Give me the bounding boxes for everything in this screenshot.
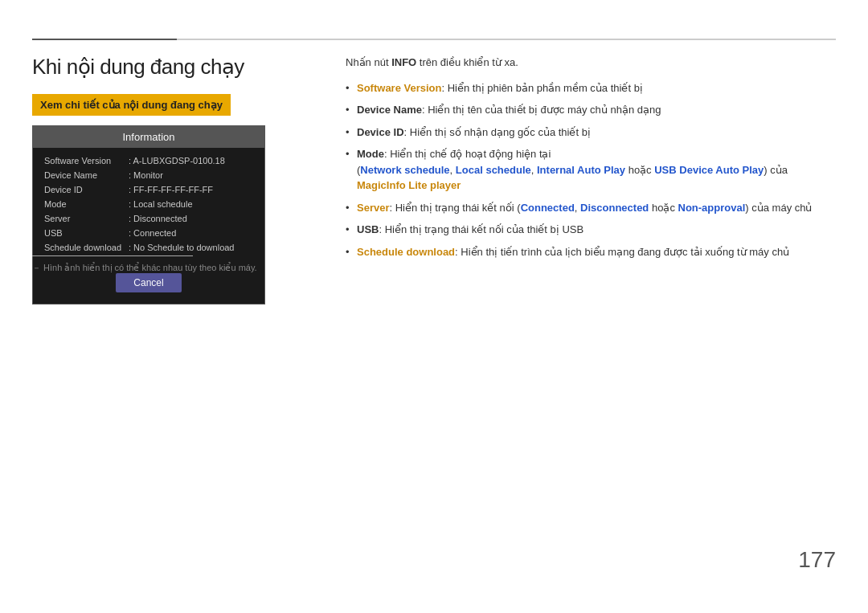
bullet-text: : Hiển thị số nhận dạng gốc của thiết bị [404,126,591,138]
bullet-text: : Hiển thị tiến trình của lịch biểu mạng… [455,246,789,258]
bullet-key: Software Version [357,82,441,94]
bullet-key: Server [357,202,389,214]
bullet-text: : Hiển thị tên của thiết bị được máy chủ… [422,104,661,116]
bullet-item: Schedule download: Hiển thị tiến trình c… [346,244,836,260]
info-row-value: : Monitor [129,170,253,180]
page-content: Khi nội dung đang chạy Xem chi tiết của … [32,55,836,581]
info-row: Device Name: Monitor [44,170,253,180]
bullet-key: Schedule download [357,246,455,258]
info-row: Schedule download: No Schedule to downlo… [44,243,253,252]
bullet-text: : Hiển thị chế độ hoạt động hiện tại [384,148,551,160]
bullet-list: Software Version: Hiển thị phiên bản phầ… [346,80,836,260]
inline-link: USB Device Auto Play [654,164,764,176]
bullet-text: : Hiển thị phiên bản phần mềm của thiết … [441,82,642,94]
info-row-value: : FF-FF-FF-FF-FF-FF [129,185,253,194]
bullet-key: Device ID [357,126,404,138]
info-row: Server: Disconnected [44,214,253,223]
info-row: USB: Connected [44,228,253,238]
highlight-box: Xem chi tiết của nội dung đang chạy [32,94,231,116]
info-row-value: : Local schedule [129,199,253,209]
bullet-subtext: (Network schedule, Local schedule, Inter… [357,164,788,192]
right-column: Nhấn nút INFO trên điều khiển từ xa. Sof… [346,55,836,266]
inline-link: Internal Auto Play [537,164,625,176]
info-row: Mode: Local schedule [44,199,253,209]
info-row-label: Server [44,214,129,223]
info-row-value: : Disconnected [129,214,253,223]
info-row-value: : No Schedule to download [129,243,253,252]
bullet-text: : Hiển thị trạng thái kết nối của thiết … [379,223,583,235]
inline-link: Disconnected [580,202,649,214]
inline-link: Local schedule [456,164,531,176]
bullet-item: Software Version: Hiển thị phiên bản phầ… [346,80,836,96]
bullet-item: Mode: Hiển thị chế độ hoạt động hiện tại… [346,146,836,194]
info-panel-header: Information [33,126,264,148]
info-row-label: Device Name [44,170,129,180]
cancel-button[interactable]: Cancel [116,273,181,292]
instruction-text: Nhấn nút INFO trên điều khiển từ xa. [346,55,836,71]
bullet-key: USB [357,223,379,235]
info-panel-body: Software Version: A-LUBXGDSP-0100.18Devi… [33,148,264,265]
bullet-item: USB: Hiển thị trạng thái kết nối của thi… [346,222,836,238]
footnote-line [32,255,193,256]
inline-link: Network schedule [360,164,449,176]
bullet-key: Device Name [357,104,422,116]
left-column: Khi nội dung đang chạy Xem chi tiết của … [32,55,305,304]
info-row-label: Device ID [44,185,129,194]
page-title: Khi nội dung đang chạy [32,55,305,80]
info-row-label: USB [44,228,129,238]
info-row-value: : Connected [129,228,253,238]
inline-link: MagicInfo Lite player [357,179,461,191]
info-key: INFO [391,56,416,68]
info-row: Software Version: A-LUBXGDSP-0100.18 [44,156,253,166]
footnote-text: － Hình ảnh hiển thị có thể khác nhau tùy… [32,262,257,274]
info-row-label: Schedule download [44,243,129,252]
info-panel: Information Software Version: A-LUBXGDSP… [32,125,265,304]
top-divider-accent [32,39,177,40]
bullet-key: Mode [357,148,384,160]
bullet-item: Device ID: Hiển thị số nhận dạng gốc của… [346,125,836,141]
bullet-item: Server: Hiển thị trạng thái kết nối (Con… [346,200,836,216]
inline-link: Non-approval [678,202,746,214]
info-row-label: Software Version [44,156,129,166]
info-row: Device ID: FF-FF-FF-FF-FF-FF [44,185,253,194]
bullet-text: : Hiển thị trạng thái kết nối (Connected… [389,202,812,214]
page-number: 177 [798,547,836,573]
info-row-label: Mode [44,199,129,209]
bullet-item: Device Name: Hiển thị tên của thiết bị đ… [346,102,836,118]
info-row-value: : A-LUBXGDSP-0100.18 [129,156,253,166]
inline-link: Connected [521,202,575,214]
